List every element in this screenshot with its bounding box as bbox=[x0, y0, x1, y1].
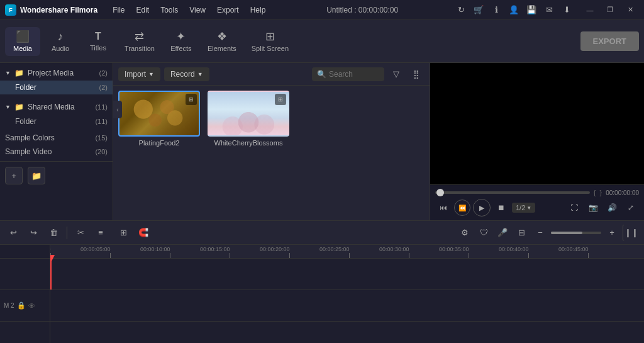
redo-button[interactable]: ↪ bbox=[25, 225, 42, 241]
menu-edit[interactable]: Edit bbox=[131, 4, 154, 16]
maximize-button[interactable]: ❐ bbox=[601, 4, 619, 16]
tab-audio[interactable]: ♪ Audio bbox=[43, 27, 78, 56]
splitscreen-label: Split Screen bbox=[252, 45, 289, 52]
undo-button[interactable]: ↩ bbox=[5, 225, 21, 241]
sidebar-item-sample-colors[interactable]: Sample Colors (15) bbox=[0, 131, 113, 145]
effects-label: Effects bbox=[170, 45, 191, 52]
menu-view[interactable]: View bbox=[184, 4, 211, 16]
zoom-out-icon[interactable]: − bbox=[532, 225, 548, 241]
food-label: PlatingFood2 bbox=[139, 139, 180, 147]
sample-colors-count: (15) bbox=[95, 134, 108, 142]
track-num: M 2 bbox=[4, 302, 14, 309]
filter-button[interactable]: ▽ bbox=[388, 66, 404, 82]
content-area: ▼ 📁 Project Media (2) Folder (2) ▼ 📁 Sha… bbox=[0, 63, 644, 220]
sidebar-group-project: ▼ 📁 Project Media (2) Folder (2) bbox=[0, 63, 113, 97]
search-input[interactable] bbox=[329, 70, 379, 79]
add-media-button[interactable]: + bbox=[5, 167, 23, 184]
stop-button[interactable]: ⏹ bbox=[493, 200, 509, 216]
snapshot-button[interactable]: 📷 bbox=[585, 200, 601, 216]
toolbar-separator bbox=[67, 227, 67, 239]
search-box: 🔍 bbox=[312, 67, 384, 81]
project-media-label: Project Media bbox=[28, 69, 74, 77]
titles-icon: T bbox=[95, 31, 101, 42]
save-icon[interactable]: 💾 bbox=[525, 3, 538, 17]
food-thumbnail[interactable]: ⊞ bbox=[118, 91, 200, 137]
tab-elements[interactable]: ❖ Elements bbox=[201, 27, 243, 56]
fullscreen-button[interactable]: ⛶ bbox=[566, 200, 582, 216]
sidebar-group-project-header[interactable]: ▼ 📁 Project Media (2) bbox=[0, 65, 113, 81]
cherry-thumbnail[interactable]: ⊞ bbox=[208, 91, 289, 137]
pause-icon[interactable]: ❙❙ bbox=[623, 225, 639, 241]
titlebar: F Wondershare Filmora File Edit Tools Vi… bbox=[0, 0, 644, 20]
tab-media[interactable]: ⬛ Media bbox=[5, 27, 40, 56]
overlay-icon[interactable]: ⊟ bbox=[513, 225, 530, 241]
sidebar-item-folder-project[interactable]: Folder (2) bbox=[0, 81, 113, 94]
mail-icon[interactable]: ✉ bbox=[542, 3, 556, 17]
eye-icon[interactable]: 👁 bbox=[28, 302, 35, 310]
add-track-button[interactable]: ⊞ bbox=[115, 225, 131, 241]
timeline-tracks bbox=[50, 259, 644, 343]
magnetic-button[interactable]: 🧲 bbox=[135, 225, 152, 241]
ruler-mark-4: 00:00:20:00 bbox=[289, 253, 290, 258]
elements-icon: ❖ bbox=[217, 31, 227, 42]
tab-effects[interactable]: ✦ Effects bbox=[164, 27, 199, 56]
search-icon: 🔍 bbox=[317, 70, 326, 79]
menu-help[interactable]: Help bbox=[245, 4, 271, 16]
export-button[interactable]: EXPORT bbox=[580, 31, 639, 51]
sample-video-label: Sample Video bbox=[5, 147, 52, 156]
shared-folder-count: (11) bbox=[95, 118, 108, 125]
preview-slider[interactable] bbox=[435, 191, 590, 194]
info-icon[interactable]: ℹ bbox=[489, 3, 503, 17]
tab-transition[interactable]: ⇄ Transition bbox=[118, 27, 161, 56]
menu-tools[interactable]: Tools bbox=[155, 4, 183, 16]
transition-label: Transition bbox=[125, 45, 155, 52]
tracks-area: 00:00:00:00 00:00:05:00 00:00:10:00 00:0… bbox=[50, 245, 644, 343]
sidebar-item-folder-shared[interactable]: Folder (11) bbox=[0, 115, 113, 128]
minimize-button[interactable]: — bbox=[581, 4, 599, 16]
sidebar-group-shared-header[interactable]: ▼ 📁 Shared Media (11) bbox=[0, 99, 113, 115]
menu-export[interactable]: Export bbox=[212, 4, 244, 16]
window-controls: — ❐ ✕ bbox=[581, 4, 639, 16]
step-back-button[interactable]: ⏪ bbox=[454, 200, 470, 216]
speed-selector[interactable]: 1/2 ▼ bbox=[512, 203, 535, 213]
folder-label: Folder bbox=[15, 83, 36, 92]
media-item-food[interactable]: ⊞ PlatingFood2 bbox=[118, 91, 200, 215]
lock-icon[interactable]: 🔒 bbox=[17, 301, 26, 310]
delete-button[interactable]: 🗑 bbox=[45, 225, 62, 241]
tab-titles[interactable]: T Titles bbox=[80, 28, 116, 55]
user-icon[interactable]: 👤 bbox=[507, 3, 521, 17]
volume-button[interactable]: 🔊 bbox=[604, 200, 620, 216]
ruler-mark-3: 00:00:15:00 bbox=[230, 253, 230, 258]
menu-file[interactable]: File bbox=[108, 4, 130, 16]
sidebar-item-sample-video[interactable]: Sample Video (20) bbox=[0, 145, 113, 159]
preview-video bbox=[430, 63, 644, 184]
tab-splitscreen[interactable]: ⊞ Split Screen bbox=[245, 27, 295, 56]
sidebar-group-shared: ▼ 📁 Shared Media (11) Folder (11) bbox=[0, 97, 113, 131]
grid-view-button[interactable]: ⣿ bbox=[408, 66, 425, 82]
main-toolbar: ⬛ Media ♪ Audio T Titles ⇄ Transition ✦ … bbox=[0, 20, 644, 63]
prev-frame-button[interactable]: ⏮ bbox=[435, 200, 452, 216]
sync-icon[interactable]: ↻ bbox=[454, 3, 468, 17]
playhead[interactable] bbox=[50, 259, 52, 290]
play-button[interactable]: ▶ bbox=[473, 199, 491, 216]
settings-icon[interactable]: ⚙ bbox=[457, 225, 473, 241]
speed-chevron-icon: ▼ bbox=[526, 205, 531, 211]
download-icon[interactable]: ⬇ bbox=[560, 3, 574, 17]
food-corner-icon: ⊞ bbox=[186, 94, 197, 105]
cart-icon[interactable]: 🛒 bbox=[472, 3, 486, 17]
mic-icon[interactable]: 🎤 bbox=[494, 225, 511, 241]
cut-button[interactable]: ✂ bbox=[72, 225, 89, 241]
zoom-slider[interactable] bbox=[551, 232, 601, 234]
close-button[interactable]: ✕ bbox=[621, 4, 639, 16]
shield-icon[interactable]: 🛡 bbox=[475, 225, 492, 241]
more-preview-button[interactable]: ⤢ bbox=[623, 200, 639, 216]
media-item-cherry[interactable]: ⊞ WhiteCherryBlossoms bbox=[208, 91, 289, 215]
ruler-mark-2: 00:00:10:00 bbox=[170, 253, 170, 258]
record-dropdown[interactable]: Record ▼ bbox=[164, 67, 209, 81]
ruler-mark-6: 00:00:30:00 bbox=[409, 253, 409, 258]
chevron-down-icon: ▼ bbox=[5, 70, 11, 76]
more-tools-button[interactable]: ≡ bbox=[92, 225, 109, 241]
zoom-in-icon[interactable]: + bbox=[604, 225, 620, 241]
new-folder-button[interactable]: 📁 bbox=[28, 167, 45, 184]
import-dropdown[interactable]: Import ▼ bbox=[118, 67, 160, 81]
